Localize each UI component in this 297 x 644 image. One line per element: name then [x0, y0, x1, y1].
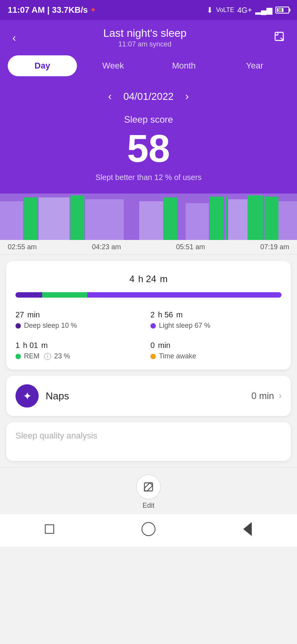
prev-date-button[interactable]: ‹	[108, 90, 112, 103]
sleep-graph	[0, 194, 297, 240]
sleep-stats-grid: 27 min Deep sleep 10 % 2 h 56 m Light sl…	[15, 307, 282, 360]
stat-deep-sleep: 27 min Deep sleep 10 %	[15, 307, 147, 330]
status-time: 11:07 AM | 33.7KB/s ✦	[8, 5, 96, 15]
svg-rect-12	[210, 197, 224, 240]
back-button[interactable]: ‹	[9, 29, 19, 47]
awake-unit: min	[158, 341, 170, 349]
light-sleep-unit: m	[176, 310, 183, 319]
stat-awake: 0 min Time awake	[150, 337, 282, 360]
status-bar: 11:07 AM | 33.7KB/s ✦ ⬇ VoLTE 4G+ ▂▄▆ 38	[0, 0, 297, 20]
sleep-score-value: 58	[0, 129, 297, 168]
recent-apps-button[interactable]	[41, 521, 58, 538]
date-nav: ‹ 04/01/2022 ›	[0, 84, 297, 110]
awake-dot	[150, 354, 156, 359]
sleep-quality-card: Sleep quality analysis	[6, 422, 291, 461]
rem-bar	[42, 292, 87, 298]
edit-label: Edit	[142, 502, 154, 510]
light-sleep-min: 56	[164, 310, 173, 319]
naps-value: 0 min	[251, 391, 274, 401]
bluetooth-icon: ⬇	[207, 5, 213, 15]
timeline-0: 02:55 am	[8, 243, 37, 251]
naps-card[interactable]: ✦ Naps 0 min ›	[6, 376, 291, 416]
deep-sleep-value: 27	[15, 310, 24, 319]
sync-time: 11:07 am synced	[103, 40, 186, 48]
svg-rect-14	[248, 195, 263, 240]
battery-icon: 38	[275, 7, 289, 14]
rem-label: REM	[24, 352, 39, 360]
awake-label: Time awake	[159, 352, 196, 360]
svg-rect-3	[39, 197, 70, 240]
tab-day[interactable]: Day	[8, 55, 77, 76]
edit-bar: Edit	[0, 467, 297, 514]
svg-rect-2	[0, 201, 23, 240]
battery-level: 38	[278, 8, 282, 12]
system-nav-bar	[0, 514, 297, 547]
next-date-button[interactable]: ›	[185, 90, 189, 103]
square-icon	[45, 524, 54, 534]
rem-min: 01	[29, 341, 38, 349]
timeline: 02:55 am 04:23 am 05:51 am 07:19 am	[0, 240, 297, 255]
tab-week[interactable]: Week	[79, 55, 148, 76]
page-title: Last night's sleep	[103, 27, 186, 39]
triangle-icon	[243, 522, 252, 536]
header: ‹ Last night's sleep 11:07 am synced	[0, 20, 297, 55]
svg-rect-13	[225, 197, 227, 240]
light-sleep-dot	[150, 323, 156, 329]
light-sleep-label: Light sleep 67 %	[159, 322, 210, 330]
back-nav-button[interactable]	[239, 521, 256, 538]
naps-icon: ✦	[15, 384, 39, 408]
deep-sleep-label: Deep sleep 10 %	[24, 322, 77, 330]
current-date: 04/01/2022	[123, 91, 174, 103]
sleep-duration-card: 4 h 24 m 27 min Deep sleep 10 % 2 h	[6, 261, 291, 370]
rem-info-icon[interactable]: i	[44, 353, 51, 360]
svg-rect-8	[278, 201, 297, 240]
naps-right: 0 min ›	[251, 391, 282, 401]
home-button[interactable]	[140, 521, 157, 538]
data-icon: ✦	[90, 6, 96, 14]
tab-year[interactable]: Year	[220, 55, 289, 76]
svg-rect-9	[24, 197, 38, 240]
deep-sleep-unit: min	[27, 310, 40, 319]
timeline-3: 07:19 am	[260, 243, 289, 251]
svg-rect-10	[70, 195, 84, 240]
stat-rem: 1 h 01 m REM i 23 %	[15, 337, 147, 360]
time-text: 11:07 AM | 33.7KB/s	[8, 5, 88, 15]
tab-month[interactable]: Month	[149, 55, 218, 76]
edit-button[interactable]	[136, 474, 161, 499]
network-icon: VoLTE	[216, 7, 234, 14]
deep-sleep-dot	[15, 323, 21, 329]
awake-value: 0	[150, 341, 155, 349]
svg-rect-5	[139, 201, 166, 240]
rem-h: h	[23, 341, 29, 349]
light-h: h	[158, 310, 164, 319]
svg-rect-6	[186, 203, 209, 240]
svg-rect-11	[163, 197, 177, 240]
rem-unit: m	[41, 341, 48, 349]
signal-icon: 4G+	[237, 6, 252, 15]
sleep-score-comparison: Slept better than 12 % of users	[0, 173, 297, 182]
circle-icon	[142, 522, 155, 536]
rem-percent: 23 %	[54, 352, 70, 360]
light-sleep-hours: 2	[150, 310, 155, 319]
deep-sleep-bar	[15, 292, 42, 298]
sleep-score-label: Sleep score	[0, 114, 297, 125]
naps-left: ✦ Naps	[15, 384, 69, 408]
timeline-1: 04:23 am	[92, 243, 121, 251]
sleep-quality-label: Sleep quality analysis	[15, 431, 282, 441]
duration-minutes: 24	[146, 274, 156, 284]
sleep-score-section: Sleep score 58 Slept better than 12 % of…	[0, 110, 297, 194]
signal-bars: ▂▄▆	[255, 5, 272, 15]
sleep-duration: 4 h 24 m	[15, 270, 282, 285]
svg-rect-15	[265, 197, 278, 240]
rem-dot	[15, 354, 21, 359]
sleep-chart-svg	[0, 194, 297, 240]
share-button[interactable]	[271, 28, 288, 48]
status-icons: ⬇ VoLTE 4G+ ▂▄▆ 38	[207, 5, 289, 15]
hours-label: h	[138, 274, 146, 284]
duration-hours: 4	[130, 274, 135, 284]
tab-bar: Day Week Month Year	[0, 55, 297, 84]
stat-light-sleep: 2 h 56 m Light sleep 67 %	[150, 307, 282, 330]
svg-rect-4	[85, 199, 124, 240]
timeline-2: 05:51 am	[176, 243, 205, 251]
light-sleep-bar	[87, 292, 282, 298]
